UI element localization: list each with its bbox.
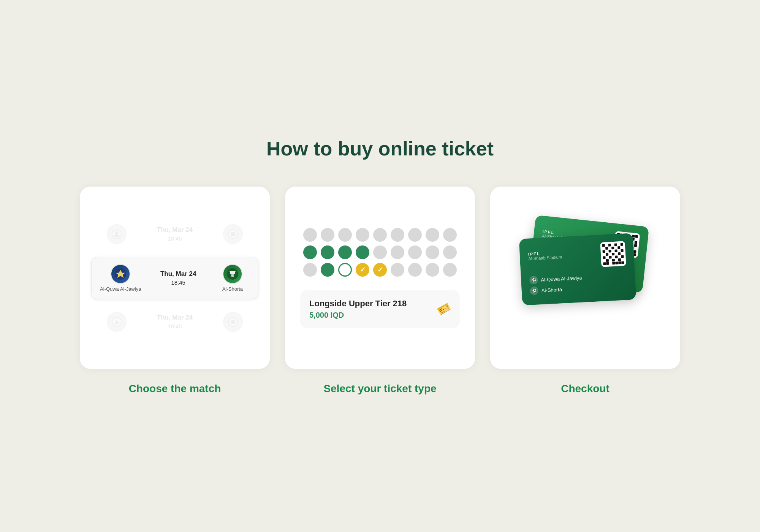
steps-container: Thu, Mar 24 18:45 [76,187,684,395]
seat-r2c8[interactable] [426,245,439,259]
seat-r3c8[interactable] [426,263,439,277]
team-home-3 [100,312,134,332]
step-3-label: Checkout [561,383,610,395]
team-label-home-front: Al-Quwa Al-Jawiya [541,275,582,283]
step-2-label: Select your ticket type [323,383,436,395]
match-time-3: 18:45 [157,323,193,329]
match-time-1: 18:45 [157,235,193,242]
step-3-card: IPFL Al-Shaab Stadium [490,187,680,369]
svg-point-1 [115,231,118,234]
seat-r2c3[interactable] [338,245,352,259]
seat-r3c4[interactable]: ✓ [356,263,369,277]
step-1-card: Thu, Mar 24 18:45 [80,187,270,369]
seat-r3c9[interactable] [443,263,457,277]
step-1-wrapper: Thu, Mar 24 18:45 [80,187,270,395]
match-row-3[interactable]: Thu, Mar 24 18:45 [91,305,258,339]
step-2-card: ✓ ✓ Longside Upper Tier 218 5,000 IQD 🎫 [285,187,475,369]
team-name-al-shorta: Al-Shorta [222,286,243,292]
seat-r3c6[interactable] [391,263,404,277]
team-badge-al-shorta [223,264,242,284]
seat-r1c4[interactable] [356,228,369,242]
seat-r2c1[interactable] [303,245,317,259]
seat-r2c2[interactable] [321,245,334,259]
seat-r1c8[interactable] [426,228,439,242]
seat-details: Longside Upper Tier 218 5,000 IQD [309,299,407,320]
seat-price: 5,000 IQD [309,311,407,320]
seat-grid: ✓ ✓ [303,228,457,277]
team-away-2: Al-Shorta [215,264,250,292]
seat-r2c9[interactable] [443,245,457,259]
seat-r1c9[interactable] [443,228,457,242]
match-info-3: Thu, Mar 24 18:45 [157,314,193,329]
team-badge-ghost-3 [107,312,127,332]
team-badge-ghost-4 [223,312,243,332]
seat-r2c4[interactable] [356,245,369,259]
checkout-display: IPFL Al-Shaab Stadium [490,187,680,369]
seat-r2c7[interactable] [408,245,422,259]
step-1-label: Choose the match [129,383,221,395]
team-label-away-front: Al-Shorta [541,287,562,293]
team-home-2: Al-Quwa Al-Jawiya [100,264,141,292]
match-date-2: Thu, Mar 24 [160,270,196,278]
seat-r3c3[interactable] [338,263,352,277]
step-3-wrapper: IPFL Al-Shaab Stadium [490,187,680,395]
team-dot-away-front: ⚽ [530,286,538,295]
match-date-3: Thu, Mar 24 [157,314,193,321]
svg-point-7 [231,274,234,277]
seat-selector: ✓ ✓ Longside Upper Tier 218 5,000 IQD 🎫 [285,213,475,343]
seat-r1c5[interactable] [373,228,387,242]
seat-r1c1[interactable] [303,228,317,242]
svg-rect-3 [231,232,235,236]
seat-r3c7[interactable] [408,263,422,277]
seat-info: Longside Upper Tier 218 5,000 IQD 🎫 [300,290,460,328]
ticket-front-header: IPFL Al-Shaab Stadium [528,241,626,271]
seat-r3c1[interactable] [303,263,317,277]
match-list: Thu, Mar 24 18:45 [80,206,270,350]
seat-r3c2[interactable] [321,263,334,277]
ticket-front: IPFL Al-Shaab Stadium [519,233,636,305]
team-away-3 [216,312,250,332]
ticket-icon[interactable]: 🎫 [435,300,453,318]
seat-r1c3[interactable] [338,228,352,242]
seat-r1c7[interactable] [408,228,422,242]
match-row-2[interactable]: Al-Quwa Al-Jawiya Thu, Mar 24 18:45 [91,257,258,299]
seat-r2c6[interactable] [391,245,404,259]
team-away-1 [216,224,250,244]
page-title: How to buy online ticket [266,137,494,160]
team-name-al-quwa: Al-Quwa Al-Jawiya [100,286,141,292]
seat-r2c5[interactable] [373,245,387,259]
seat-r3c5[interactable]: ✓ [373,263,387,277]
team-dot-home-front: ⚽ [529,276,538,285]
svg-point-10 [231,320,235,324]
page-container: How to buy online ticket [0,0,760,532]
match-info-1: Thu, Mar 24 18:45 [157,226,193,242]
ticket-qr-front [600,241,626,267]
seat-name: Longside Upper Tier 218 [309,299,407,309]
tickets-stack: IPFL Al-Shaab Stadium [521,221,650,335]
match-info-2: Thu, Mar 24 18:45 [160,270,196,286]
seat-r1c2[interactable] [321,228,334,242]
match-date-1: Thu, Mar 24 [157,226,193,234]
seat-r1c6[interactable] [391,228,404,242]
team-badge-al-quwa [111,264,130,284]
step-2-wrapper: ✓ ✓ Longside Upper Tier 218 5,000 IQD 🎫 [285,187,475,395]
team-badge-ghost-1 [107,224,127,244]
team-badge-ghost-2 [223,224,243,244]
team-home-1 [100,224,134,244]
match-time-2: 18:45 [160,279,196,286]
match-row-1[interactable]: Thu, Mar 24 18:45 [91,217,258,251]
